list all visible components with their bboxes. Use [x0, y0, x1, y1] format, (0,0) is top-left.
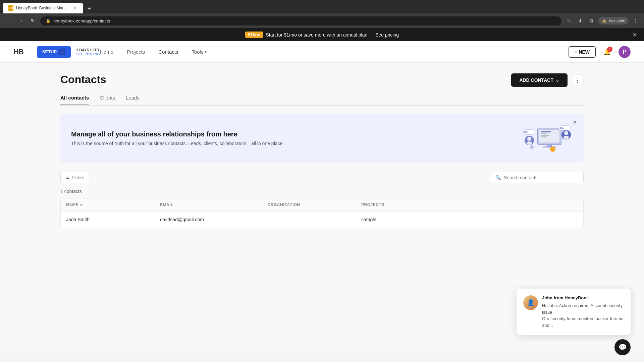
nav-home[interactable]: Home	[100, 48, 113, 56]
contacts-count: 1 contacts	[60, 189, 584, 194]
info-banner-illustration	[519, 123, 573, 153]
promo-badge: $1/mo	[245, 32, 263, 38]
setup-arrow-icon: ›	[59, 49, 65, 55]
lock-icon: 🔒	[46, 18, 51, 23]
chat-sender: John from HoneyBook	[542, 295, 624, 300]
info-banner: Manage all of your business relationship…	[60, 114, 584, 163]
contacts-tabs: All contacts Clients Leads	[60, 95, 584, 106]
page-actions: ADD CONTACT ⌄ ⋮	[511, 73, 584, 87]
bookmark-icon[interactable]: ☆	[564, 16, 574, 25]
tools-dropdown-icon: ▾	[205, 50, 207, 54]
app-logo: HB	[13, 48, 23, 56]
svg-rect-16	[524, 132, 528, 133]
tab-all-contacts[interactable]: All contacts	[60, 95, 89, 105]
search-bar[interactable]: 🔍	[490, 172, 584, 183]
chat-avatar-image: 👤	[523, 295, 538, 310]
filter-icon: ≡	[66, 175, 69, 180]
chat-widget[interactable]: 👤 John from HoneyBook Hi John, Action re…	[517, 289, 631, 335]
browser-chrome: HB HoneyBook: Business Managem... ✕ + ← …	[0, 0, 644, 28]
extension-icon[interactable]: ⧉	[587, 16, 596, 25]
back-button[interactable]: ←	[4, 16, 13, 25]
svg-point-21	[530, 145, 534, 149]
svg-rect-18	[560, 127, 562, 128]
info-banner-content: Manage all of your business relationship…	[71, 130, 519, 146]
td-email: dasdsad@gmail.com	[160, 217, 267, 222]
nav-tools-wrapper: Tools ▾	[192, 48, 207, 56]
add-contact-arrow-icon: ⌄	[555, 77, 559, 83]
page-header: Contacts ADD CONTACT ⌄ ⋮	[60, 73, 584, 87]
download-icon[interactable]: ⬇	[576, 16, 585, 25]
nav-projects[interactable]: Projects	[127, 48, 145, 56]
forward-button[interactable]: →	[16, 16, 25, 25]
svg-rect-15	[524, 131, 527, 132]
td-name: Jada Smith	[66, 217, 160, 222]
table-controls: ≡ Filters 🔍	[60, 172, 584, 183]
illustration-svg	[519, 123, 573, 153]
svg-point-9	[527, 137, 531, 141]
table-row[interactable]: Jada Smith dasdsad@gmail.com sample	[61, 212, 583, 228]
filters-button[interactable]: ≡ Filters	[60, 172, 90, 183]
table-header: NAME ⇅ EMAIL ORGANIZATION PROJECTS	[61, 198, 583, 212]
chat-body: John from HoneyBook Hi John, Action requ…	[542, 295, 624, 328]
td-organization	[267, 217, 361, 222]
app-header: HB SETUP › 2 DAYS LEFT SEE PRICING Home …	[0, 41, 644, 63]
svg-point-10	[527, 141, 532, 145]
promo-text: Start for $1/mo or save more with an ann…	[266, 32, 369, 38]
days-left-info: 2 DAYS LEFT SEE PRICING	[76, 48, 100, 56]
svg-point-13	[564, 136, 569, 139]
chat-message: Hi John, Action required: Account securi…	[542, 302, 624, 328]
svg-point-12	[564, 131, 568, 135]
promo-close-icon[interactable]: ✕	[632, 31, 637, 39]
info-banner-close-button[interactable]: ✕	[573, 119, 577, 125]
new-button[interactable]: + NEW	[569, 46, 596, 58]
browser-tab-bar: HB HoneyBook: Business Managem... ✕ +	[0, 0, 644, 13]
new-tab-button[interactable]: +	[85, 4, 94, 13]
user-avatar[interactable]: P	[619, 46, 631, 58]
header-see-pricing-link[interactable]: SEE PRICING	[76, 52, 100, 56]
info-banner-description: This is the source of truth for all your…	[71, 141, 519, 146]
setup-area: SETUP › 2 DAYS LEFT SEE PRICING	[37, 46, 100, 58]
browser-toolbar: ← → ↻ 🔒 honeybook.com/app/contacts ☆ ⬇ ⧉…	[0, 13, 644, 28]
url-text: honeybook.com/app/contacts	[53, 18, 110, 23]
header-right: + NEW 🔔 1 P	[569, 46, 631, 58]
th-email: EMAIL	[160, 202, 267, 207]
svg-rect-19	[560, 128, 564, 129]
th-organization: ORGANIZATION	[267, 202, 361, 207]
search-input[interactable]	[504, 175, 578, 180]
address-bar[interactable]: 🔒 honeybook.com/app/contacts	[40, 16, 561, 25]
svg-rect-17	[559, 126, 571, 130]
see-pricing-link[interactable]: See pricing	[375, 32, 399, 38]
sort-icon[interactable]: ⇅	[80, 203, 83, 207]
chat-bubble-button[interactable]: 💬	[614, 339, 631, 355]
main-nav: Home Projects Contacts Tools ▾	[100, 48, 207, 56]
add-contact-button[interactable]: ADD CONTACT ⌄	[511, 73, 568, 87]
notification-badge: 1	[607, 47, 612, 52]
chat-bubble-icon: 💬	[619, 343, 627, 351]
page-title: Contacts	[60, 73, 106, 86]
tab-close-icon[interactable]: ✕	[72, 5, 78, 11]
incognito-icon: 🕵	[602, 18, 607, 23]
nav-tools[interactable]: Tools	[192, 48, 203, 56]
info-banner-title: Manage all of your business relationship…	[71, 130, 519, 138]
browser-active-tab[interactable]: HB HoneyBook: Business Managem... ✕	[3, 3, 83, 13]
setup-button[interactable]: SETUP ›	[37, 46, 71, 58]
svg-rect-5	[541, 133, 547, 134]
tab-title: HoneyBook: Business Managem...	[16, 6, 70, 10]
nav-contacts[interactable]: Contacts	[158, 48, 178, 56]
svg-rect-4	[541, 131, 551, 132]
chat-avatar: 👤	[523, 295, 538, 310]
incognito-button[interactable]: 🕵 Incognito	[598, 17, 629, 24]
more-options-button[interactable]: ⋮	[572, 74, 584, 86]
th-projects: PROJECTS	[361, 202, 578, 207]
tab-leads[interactable]: Leads	[126, 95, 140, 105]
notifications-button[interactable]: 🔔 1	[601, 46, 613, 58]
days-left-text: 2 DAYS LEFT	[76, 48, 100, 52]
browser-toolbar-right: ☆ ⬇ ⧉ 🕵 Incognito ⋮	[564, 16, 640, 25]
tab-favicon: HB	[8, 5, 13, 11]
refresh-button[interactable]: ↻	[28, 16, 38, 25]
incognito-label: Incognito	[609, 18, 625, 23]
tab-clients[interactable]: Clients	[100, 95, 115, 105]
svg-rect-7	[541, 136, 547, 137]
menu-icon[interactable]: ⋮	[631, 16, 640, 25]
svg-rect-6	[541, 135, 549, 136]
